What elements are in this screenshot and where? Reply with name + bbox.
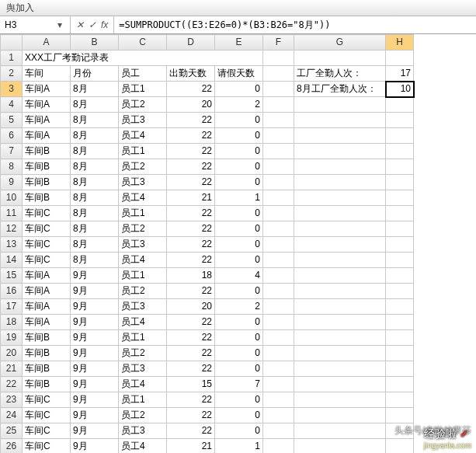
- cell-D7[interactable]: 22: [167, 144, 215, 159]
- cell-C21[interactable]: 员工3: [119, 361, 167, 377]
- cell-G14[interactable]: [294, 253, 386, 268]
- cell-A16[interactable]: 车间A: [23, 284, 71, 299]
- cell-F25[interactable]: [263, 423, 294, 439]
- grid-table[interactable]: A B C D E F G H 1XXX工厂考勤记录表2车间月份员工出勤天数请假…: [0, 34, 414, 453]
- cell-G7[interactable]: [294, 144, 386, 159]
- cell-C23[interactable]: 员工1: [119, 392, 167, 408]
- row-header[interactable]: 2: [1, 66, 23, 82]
- cell-F12[interactable]: [263, 221, 294, 237]
- cell-B8[interactable]: 8月: [71, 159, 119, 175]
- cell-E20[interactable]: 0: [215, 346, 263, 361]
- col-header-F[interactable]: F: [263, 35, 294, 51]
- cell-C3[interactable]: 员工1: [119, 82, 167, 97]
- cell-F4[interactable]: [263, 97, 294, 113]
- side-value-1[interactable]: 17: [386, 66, 414, 82]
- cell-B21[interactable]: 9月: [71, 361, 119, 377]
- cell-G10[interactable]: [294, 190, 386, 206]
- select-all-corner[interactable]: [1, 35, 23, 51]
- cell-A20[interactable]: 车间B: [23, 346, 71, 361]
- cell-H16[interactable]: [386, 284, 414, 299]
- cell-E17[interactable]: 2: [215, 299, 263, 315]
- cell-D21[interactable]: 22: [167, 361, 215, 377]
- cell-H1[interactable]: [386, 51, 414, 66]
- row-header[interactable]: 15: [1, 268, 23, 284]
- row-header[interactable]: 24: [1, 408, 23, 423]
- cell-E21[interactable]: 0: [215, 361, 263, 377]
- cell-F6[interactable]: [263, 128, 294, 144]
- cell-C20[interactable]: 员工2: [119, 346, 167, 361]
- cell-D22[interactable]: 15: [167, 377, 215, 392]
- cell-F9[interactable]: [263, 175, 294, 190]
- cell-A7[interactable]: 车间B: [23, 144, 71, 159]
- cell-F14[interactable]: [263, 253, 294, 268]
- cell-C5[interactable]: 员工3: [119, 113, 167, 128]
- cell-D6[interactable]: 22: [167, 128, 215, 144]
- enter-icon[interactable]: ✓: [89, 19, 96, 30]
- cell-C10[interactable]: 员工4: [119, 190, 167, 206]
- cell-G4[interactable]: [294, 97, 386, 113]
- cell-B6[interactable]: 8月: [71, 128, 119, 144]
- row-header[interactable]: 7: [1, 144, 23, 159]
- fx-icon[interactable]: fx: [101, 19, 108, 30]
- cell-B23[interactable]: 9月: [71, 392, 119, 408]
- cell-A3[interactable]: 车间A: [23, 82, 71, 97]
- cell-G6[interactable]: [294, 128, 386, 144]
- cell-C22[interactable]: 员工4: [119, 377, 167, 392]
- cell-G13[interactable]: [294, 237, 386, 253]
- cell-E6[interactable]: 0: [215, 128, 263, 144]
- cell-C16[interactable]: 员工2: [119, 284, 167, 299]
- cell-B22[interactable]: 9月: [71, 377, 119, 392]
- cell-B3[interactable]: 8月: [71, 82, 119, 97]
- cell-A13[interactable]: 车间C: [23, 237, 71, 253]
- cell-B9[interactable]: 8月: [71, 175, 119, 190]
- cell-H20[interactable]: [386, 346, 414, 361]
- cell-A22[interactable]: 车间B: [23, 377, 71, 392]
- cell-B20[interactable]: 9月: [71, 346, 119, 361]
- cell-B13[interactable]: 8月: [71, 237, 119, 253]
- row-header[interactable]: 20: [1, 346, 23, 361]
- cell-A18[interactable]: 车间A: [23, 315, 71, 330]
- cell-E22[interactable]: 7: [215, 377, 263, 392]
- cell-H23[interactable]: [386, 392, 414, 408]
- cell-H10[interactable]: [386, 190, 414, 206]
- cell-H9[interactable]: [386, 175, 414, 190]
- cell-D24[interactable]: 22: [167, 408, 215, 423]
- col-header-E[interactable]: E: [215, 35, 263, 51]
- cell-D10[interactable]: 21: [167, 190, 215, 206]
- cell-D23[interactable]: 22: [167, 392, 215, 408]
- cell-E11[interactable]: 0: [215, 206, 263, 221]
- cell-A12[interactable]: 车间C: [23, 221, 71, 237]
- cell-H13[interactable]: [386, 237, 414, 253]
- cell-B12[interactable]: 8月: [71, 221, 119, 237]
- cell-G18[interactable]: [294, 315, 386, 330]
- cell-G22[interactable]: [294, 377, 386, 392]
- cell-F21[interactable]: [263, 361, 294, 377]
- cell-A26[interactable]: 车间C: [23, 439, 71, 454]
- cell-H3[interactable]: 10: [386, 82, 414, 97]
- cell-F10[interactable]: [263, 190, 294, 206]
- cell-C26[interactable]: 员工4: [119, 439, 167, 454]
- row-header[interactable]: 21: [1, 361, 23, 377]
- cell-B14[interactable]: 8月: [71, 253, 119, 268]
- cell-F22[interactable]: [263, 377, 294, 392]
- cell-B17[interactable]: 9月: [71, 299, 119, 315]
- cell-E7[interactable]: 0: [215, 144, 263, 159]
- cell-E8[interactable]: 0: [215, 159, 263, 175]
- row-header[interactable]: 26: [1, 439, 23, 454]
- cell-B4[interactable]: 8月: [71, 97, 119, 113]
- col-header-A[interactable]: A: [23, 35, 71, 51]
- cell-B18[interactable]: 9月: [71, 315, 119, 330]
- cell-G24[interactable]: [294, 408, 386, 423]
- cell-F23[interactable]: [263, 392, 294, 408]
- cancel-icon[interactable]: ✕: [76, 19, 84, 30]
- cell-E26[interactable]: 1: [215, 439, 263, 454]
- cell-G5[interactable]: [294, 113, 386, 128]
- cell-A8[interactable]: 车间B: [23, 159, 71, 175]
- cell-E5[interactable]: 0: [215, 113, 263, 128]
- cell-B5[interactable]: 8月: [71, 113, 119, 128]
- col-header-B[interactable]: B: [71, 35, 119, 51]
- cell-B7[interactable]: 8月: [71, 144, 119, 159]
- cell-C7[interactable]: 员工1: [119, 144, 167, 159]
- col-header-D[interactable]: D: [167, 35, 215, 51]
- cell-F20[interactable]: [263, 346, 294, 361]
